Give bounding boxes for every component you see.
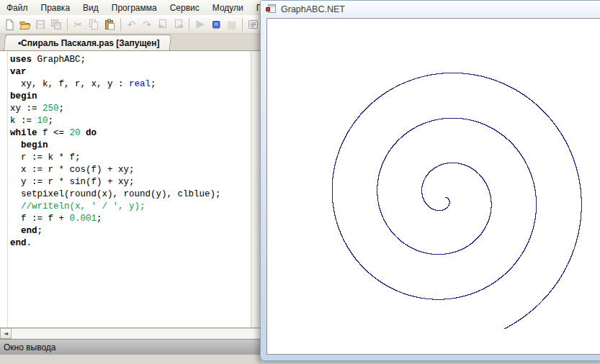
redo-button[interactable]: ↷ (140, 17, 154, 32)
code-line: y := r * sin(f) + xy; (10, 176, 221, 188)
menu-item-1[interactable]: Файл (0, 1, 35, 15)
code-line: end. (10, 237, 221, 250)
save-all-button[interactable] (49, 17, 63, 32)
toolbar-separator (120, 18, 121, 31)
menu-item-4[interactable]: Программа (105, 1, 164, 15)
nav-forward-button[interactable] (171, 17, 186, 32)
graphabc-window-title: GraphABC.NET (281, 4, 345, 14)
winforms-app-icon (266, 4, 277, 14)
tab-spiral-file[interactable]: •Спираль Паскаля.pas [Запущен] (4, 35, 171, 50)
tabbar: •Спираль Паскаля.pas [Запущен] (0, 34, 261, 51)
code-editor[interactable]: uses GraphABC;var xy, k, f, r, x, y : re… (0, 50, 261, 328)
code-line: r := k * f; (10, 152, 221, 164)
code-line: //writeln(x, ' / ', y); (10, 201, 221, 213)
toolbar-separator (189, 18, 189, 31)
graphabc-titlebar[interactable]: GraphABC.NET (261, 1, 600, 17)
code-line: uses GraphABC; (10, 54, 221, 66)
code-text: uses GraphABC;var xy, k, f, r, x, y : re… (10, 54, 221, 250)
copy-button[interactable] (86, 17, 101, 32)
menu-item-6[interactable]: Модули (206, 1, 250, 15)
menu-item-5[interactable]: Сервис (164, 1, 206, 15)
editor-margin-line (7, 51, 8, 328)
menubar: ФайлПравкаВидПрограммаСервисМодулиПомощь (0, 0, 261, 16)
toolbar-separator (67, 18, 68, 31)
toolbar-separator (242, 18, 243, 31)
code-line: k := 10; (10, 115, 221, 127)
spiral-drawing (267, 19, 600, 355)
menu-item-2[interactable]: Правка (35, 1, 77, 15)
form-designer-button[interactable]: ▦ (225, 17, 239, 32)
code-line: while f <= 20 do (10, 127, 221, 140)
show-output-button[interactable] (246, 17, 261, 32)
cut-button[interactable]: ✂ (71, 17, 86, 32)
code-line: f := f + 0.001; (10, 213, 221, 225)
graphabc-canvas-area (267, 18, 600, 355)
code-line: end; (10, 225, 221, 237)
output-panel-body (0, 355, 261, 364)
editor-horizontal-scrollbar[interactable]: ◄ (0, 327, 261, 340)
code-line: var (10, 66, 221, 78)
undo-button[interactable]: ↶ (125, 17, 139, 32)
scroll-left-arrow-icon: ◄ (4, 330, 8, 337)
menu-item-3[interactable]: Вид (76, 1, 105, 15)
output-panel-header: Окно вывода (0, 339, 261, 355)
save-file-button[interactable] (33, 17, 48, 32)
tab-label: •Спираль Паскаля.pas [Запущен] (18, 38, 160, 48)
code-line: xy := 250; (10, 103, 221, 115)
toolbar: ✂↶↷▶▦ (0, 15, 261, 34)
output-panel-title: Окно вывода (4, 342, 56, 352)
stop-program-button[interactable] (209, 17, 223, 32)
code-line: x := r * cos(f) + xy; (10, 164, 221, 176)
screen: ФайлПравкаВидПрограммаСервисМодулиПомощь… (0, 0, 600, 364)
code-line: xy, k, f, r, x, y : real; (10, 78, 221, 91)
ide-window: ФайлПравкаВидПрограммаСервисМодулиПомощь… (0, 0, 261, 364)
code-line: begin (10, 140, 221, 152)
scrollbar-track[interactable] (12, 328, 261, 340)
code-line: begin (10, 91, 221, 103)
paste-button[interactable] (102, 17, 117, 32)
graphabc-window: GraphABC.NET (260, 0, 600, 361)
code-line: setpixel(round(x), round(y), clblue); (10, 188, 221, 201)
nav-back-button[interactable] (156, 17, 170, 32)
open-file-button[interactable] (18, 17, 32, 32)
scroll-left-button[interactable]: ◄ (0, 328, 12, 339)
new-file-button[interactable] (2, 17, 17, 32)
run-program-button[interactable]: ▶ (193, 17, 207, 32)
